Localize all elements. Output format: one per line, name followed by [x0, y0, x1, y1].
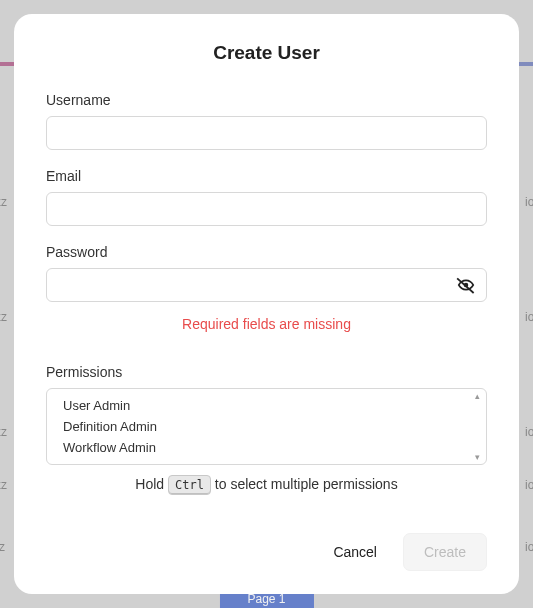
- username-field-group: Username: [46, 92, 487, 150]
- permission-option[interactable]: User Admin: [47, 395, 486, 416]
- toggle-password-visibility-icon[interactable]: [455, 274, 477, 296]
- email-field-group: Email: [46, 168, 487, 226]
- permissions-field-group: Permissions ▴ User Admin Definition Admi…: [46, 364, 487, 495]
- backdrop-text-fragment: zz: [0, 425, 7, 439]
- backdrop-text-fragment: zz: [0, 310, 7, 324]
- permission-option[interactable]: Workflow Admin: [47, 437, 486, 458]
- backdrop-text-fragment: zz: [0, 478, 7, 492]
- permissions-hint: Hold Ctrl to select multiple permissions: [46, 475, 487, 495]
- cancel-button[interactable]: Cancel: [325, 534, 385, 570]
- email-input[interactable]: [46, 192, 487, 226]
- create-button[interactable]: Create: [403, 533, 487, 571]
- hint-text-prefix: Hold: [135, 476, 168, 492]
- backdrop-text-fragment: ion: [525, 478, 533, 492]
- validation-error-message: Required fields are missing: [46, 316, 487, 332]
- permissions-label: Permissions: [46, 364, 487, 380]
- ctrl-key-hint: Ctrl: [168, 475, 211, 495]
- backdrop-text-fragment: ion: [525, 540, 533, 554]
- username-label: Username: [46, 92, 487, 108]
- permissions-select[interactable]: ▴ User Admin Definition Admin Workflow A…: [46, 388, 487, 465]
- hint-text-suffix: to select multiple permissions: [211, 476, 398, 492]
- username-input[interactable]: [46, 116, 487, 150]
- backdrop-text-fragment: zz: [0, 195, 7, 209]
- email-label: Email: [46, 168, 487, 184]
- scroll-up-icon: ▴: [475, 391, 480, 401]
- backdrop-text-fragment: ion: [525, 425, 533, 439]
- password-label: Password: [46, 244, 487, 260]
- backdrop-text-fragment: ion: [525, 195, 533, 209]
- create-user-modal: Create User Username Email Password Requ…: [14, 14, 519, 594]
- backdrop-text-fragment: z: [0, 540, 5, 554]
- modal-footer: Cancel Create: [46, 513, 487, 571]
- permission-option[interactable]: Definition Admin: [47, 416, 486, 437]
- password-input[interactable]: [46, 268, 487, 302]
- modal-title: Create User: [46, 42, 487, 64]
- backdrop-text-fragment: ion: [525, 310, 533, 324]
- password-field-group: Password: [46, 244, 487, 302]
- scroll-down-icon: ▾: [475, 452, 480, 462]
